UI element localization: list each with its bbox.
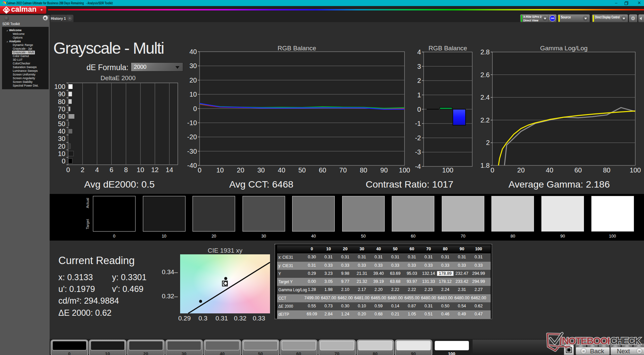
- svg-text:10: 10: [58, 150, 65, 157]
- svg-text:40: 40: [278, 166, 285, 174]
- svg-text:40: 40: [190, 48, 197, 55]
- svg-text:-40: -40: [187, 162, 197, 169]
- svg-text:90: 90: [58, 90, 65, 98]
- svg-text:-4: -4: [415, 163, 421, 170]
- svg-text:3: 3: [417, 63, 421, 70]
- svg-text:0: 0: [490, 166, 494, 174]
- svg-text:100: 100: [630, 166, 641, 174]
- svg-text:1.8: 1.8: [480, 162, 490, 169]
- svg-text:Gamma Log/Log: Gamma Log/Log: [540, 45, 588, 52]
- svg-text:30: 30: [257, 166, 265, 174]
- svg-text:2.8: 2.8: [480, 48, 490, 56]
- svg-text:50: 50: [58, 120, 65, 128]
- svg-text:10: 10: [190, 91, 197, 98]
- svg-text:0: 0: [198, 166, 201, 174]
- svg-text:0: 0: [193, 105, 197, 112]
- svg-text:60: 60: [574, 166, 582, 174]
- svg-text:-10: -10: [187, 119, 197, 126]
- svg-text:-20: -20: [187, 133, 197, 141]
- svg-text:100: 100: [54, 83, 65, 90]
- svg-text:100: 100: [442, 166, 453, 174]
- svg-text:RGB Balance: RGB Balance: [277, 45, 316, 52]
- svg-text:-1: -1: [415, 120, 421, 127]
- svg-text:10: 10: [216, 166, 224, 174]
- svg-text:2.6: 2.6: [480, 71, 490, 79]
- svg-text:0: 0: [66, 166, 70, 172]
- svg-text:80: 80: [603, 166, 610, 174]
- svg-text:-3: -3: [415, 148, 421, 156]
- svg-text:-30: -30: [187, 148, 197, 155]
- svg-text:6: 6: [110, 166, 113, 172]
- svg-text:20: 20: [58, 143, 65, 150]
- svg-text:10: 10: [137, 166, 144, 172]
- svg-text:4: 4: [417, 48, 421, 56]
- svg-text:0: 0: [62, 157, 65, 165]
- svg-text:2: 2: [81, 166, 85, 172]
- svg-text:40: 40: [546, 166, 553, 174]
- svg-text:70: 70: [58, 105, 65, 113]
- svg-text:14: 14: [166, 166, 173, 172]
- svg-text:60: 60: [58, 113, 65, 120]
- svg-text:50: 50: [298, 166, 306, 174]
- svg-text:80: 80: [58, 98, 65, 105]
- svg-text:2: 2: [417, 77, 421, 84]
- svg-text:12: 12: [151, 166, 159, 172]
- svg-text:20: 20: [517, 166, 525, 174]
- svg-text:0: 0: [417, 106, 421, 113]
- svg-text:RGB Balance: RGB Balance: [428, 45, 467, 52]
- svg-text:80: 80: [360, 166, 367, 174]
- svg-text:70: 70: [339, 166, 347, 174]
- svg-text:NOTEBOOK: NOTEBOOK: [562, 335, 614, 346]
- svg-text:1: 1: [417, 91, 421, 99]
- svg-text:30: 30: [190, 62, 197, 69]
- svg-text:20: 20: [237, 166, 244, 174]
- svg-text:2.4: 2.4: [480, 94, 490, 101]
- svg-text:30: 30: [58, 135, 65, 142]
- svg-text:60: 60: [319, 166, 326, 174]
- svg-text:2: 2: [486, 139, 490, 146]
- svg-text:40: 40: [58, 128, 65, 135]
- svg-text:20: 20: [190, 77, 197, 84]
- svg-text:-2: -2: [415, 134, 421, 142]
- svg-text:DeltaE 2000: DeltaE 2000: [101, 74, 136, 82]
- svg-text:CHECK: CHECK: [610, 335, 642, 346]
- svg-text:4: 4: [95, 166, 99, 172]
- svg-text:90: 90: [380, 166, 388, 174]
- svg-text:8: 8: [124, 166, 128, 172]
- svg-text:2.2: 2.2: [480, 116, 490, 124]
